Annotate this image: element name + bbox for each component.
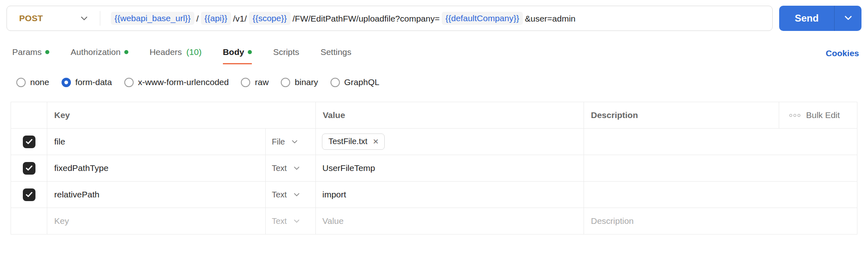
row-select-cell bbox=[11, 208, 47, 234]
key-field[interactable]: file bbox=[47, 129, 266, 155]
url-text-segment: /FW/EditPathFW/uploadfile?company= bbox=[293, 14, 440, 23]
tab-label: Params bbox=[12, 47, 42, 57]
tab-label: Body bbox=[223, 47, 245, 57]
table-header-row: Key Value Description Bulk Edit bbox=[11, 102, 857, 129]
chevron-down-icon bbox=[294, 166, 300, 170]
url-input[interactable]: {{webapi_base_url}} / {{api}} /v1/ {{sco… bbox=[100, 12, 772, 25]
body-type-selector: none form-data x-www-form-urlencoded raw… bbox=[0, 77, 868, 87]
url-text-segment: /v1/ bbox=[233, 14, 247, 23]
type-select[interactable]: Text bbox=[266, 182, 316, 208]
key-text: fixedPathType bbox=[54, 163, 108, 173]
url-template-variable[interactable]: {{api}} bbox=[201, 12, 231, 25]
description-field[interactable] bbox=[584, 155, 857, 181]
chevron-down-icon bbox=[294, 193, 300, 197]
key-text: file bbox=[54, 137, 65, 147]
value-text: UserFileTemp bbox=[322, 163, 375, 173]
body-type-graphql[interactable]: GraphQL bbox=[330, 77, 379, 87]
green-dot-icon bbox=[124, 50, 128, 54]
tab-body[interactable]: Body bbox=[223, 47, 252, 64]
tab-authorization[interactable]: Authorization bbox=[70, 47, 128, 64]
type-select[interactable]: Text bbox=[266, 155, 316, 181]
form-data-table: Key Value Description Bulk Edit file Fil… bbox=[11, 102, 857, 234]
table-row: file File TestFile.txt ✕ bbox=[11, 129, 857, 155]
description-column-header: Description bbox=[584, 102, 779, 128]
radio-label: binary bbox=[295, 77, 318, 87]
body-type-none[interactable]: none bbox=[16, 77, 49, 87]
value-field[interactable]: TestFile.txt ✕ bbox=[316, 129, 584, 155]
url-text-segment: / bbox=[196, 14, 199, 23]
close-icon[interactable]: ✕ bbox=[373, 138, 379, 145]
tab-label: Settings bbox=[320, 47, 351, 57]
body-type-form-data[interactable]: form-data bbox=[62, 77, 112, 87]
row-select-cell bbox=[11, 155, 47, 181]
request-bar: POST {{webapi_base_url}} / {{api}} /v1/ … bbox=[7, 6, 861, 31]
type-select[interactable]: Text bbox=[266, 208, 316, 234]
radio-icon bbox=[241, 78, 250, 87]
table-row: fixedPathType Text UserFileTemp bbox=[11, 155, 857, 182]
key-field[interactable]: fixedPathType bbox=[47, 155, 266, 181]
description-field[interactable] bbox=[584, 182, 857, 208]
green-dot-icon bbox=[248, 50, 252, 54]
url-template-variable[interactable]: {{defaultCompany}} bbox=[442, 12, 523, 25]
tab-headers[interactable]: Headers (10) bbox=[150, 47, 202, 64]
value-field[interactable]: Value bbox=[316, 208, 584, 234]
key-placeholder: Key bbox=[54, 216, 69, 226]
value-field[interactable]: import bbox=[316, 182, 584, 208]
file-name: TestFile.txt bbox=[328, 137, 368, 146]
green-dot-icon bbox=[45, 50, 49, 54]
send-options-button[interactable] bbox=[835, 6, 861, 31]
url-template-variable[interactable]: {{scope}} bbox=[249, 12, 291, 25]
key-field[interactable]: relativePath bbox=[47, 182, 266, 208]
file-attachment-chip[interactable]: TestFile.txt ✕ bbox=[322, 134, 385, 150]
tab-label: Scripts bbox=[273, 47, 299, 57]
tab-scripts[interactable]: Scripts bbox=[273, 47, 299, 64]
radio-label: GraphQL bbox=[344, 77, 379, 87]
method-label: POST bbox=[19, 13, 43, 23]
description-field[interactable]: Description bbox=[584, 208, 857, 234]
headers-count-badge: (10) bbox=[186, 47, 201, 57]
request-tabs: Params Authorization Headers (10) Body S… bbox=[0, 47, 868, 64]
description-field[interactable] bbox=[584, 129, 857, 155]
radio-label: form-data bbox=[75, 77, 112, 87]
checkbox-checked[interactable] bbox=[23, 136, 35, 148]
url-template-variable[interactable]: {{webapi_base_url}} bbox=[111, 12, 194, 25]
table-row: relativePath Text import bbox=[11, 182, 857, 208]
radio-selected-icon bbox=[62, 78, 71, 87]
chevron-down-icon bbox=[844, 15, 852, 22]
body-type-x-www-form-urlencoded[interactable]: x-www-form-urlencoded bbox=[124, 77, 229, 87]
description-placeholder: Description bbox=[591, 216, 634, 226]
chevron-down-icon bbox=[294, 219, 300, 223]
bulk-edit-label: Bulk Edit bbox=[806, 110, 840, 120]
url-text-segment: &user=admin bbox=[525, 14, 575, 23]
tab-label: Authorization bbox=[70, 47, 121, 57]
type-select[interactable]: File bbox=[266, 129, 316, 155]
type-value: Text bbox=[272, 164, 287, 173]
value-field[interactable]: UserFileTemp bbox=[316, 155, 584, 181]
row-select-cell bbox=[11, 129, 47, 155]
body-type-binary[interactable]: binary bbox=[281, 77, 318, 87]
key-column-header: Key bbox=[47, 102, 316, 128]
cookies-link[interactable]: Cookies bbox=[826, 48, 859, 64]
chevron-down-icon bbox=[292, 140, 297, 144]
key-text: relativePath bbox=[54, 190, 99, 199]
radio-icon bbox=[124, 78, 134, 87]
tab-label: Headers bbox=[150, 47, 182, 57]
radio-label: x-www-form-urlencoded bbox=[138, 77, 229, 87]
body-type-raw[interactable]: raw bbox=[241, 77, 269, 87]
checkbox-checked[interactable] bbox=[23, 188, 35, 201]
key-field[interactable]: Key bbox=[47, 208, 266, 234]
tab-settings[interactable]: Settings bbox=[320, 47, 351, 64]
value-placeholder: Value bbox=[322, 216, 344, 226]
bulk-edit-dots-icon bbox=[789, 114, 800, 117]
type-value: Text bbox=[272, 217, 287, 226]
tab-params[interactable]: Params bbox=[12, 47, 49, 64]
checkbox-checked[interactable] bbox=[23, 162, 35, 175]
select-column-header bbox=[11, 102, 47, 128]
bulk-edit-button[interactable]: Bulk Edit bbox=[779, 102, 857, 128]
send-button[interactable]: Send bbox=[779, 6, 834, 31]
radio-label: raw bbox=[255, 77, 269, 87]
value-text: import bbox=[322, 190, 346, 199]
method-selector[interactable]: POST bbox=[7, 13, 100, 23]
chevron-down-icon bbox=[81, 16, 88, 21]
radio-icon bbox=[330, 78, 340, 87]
